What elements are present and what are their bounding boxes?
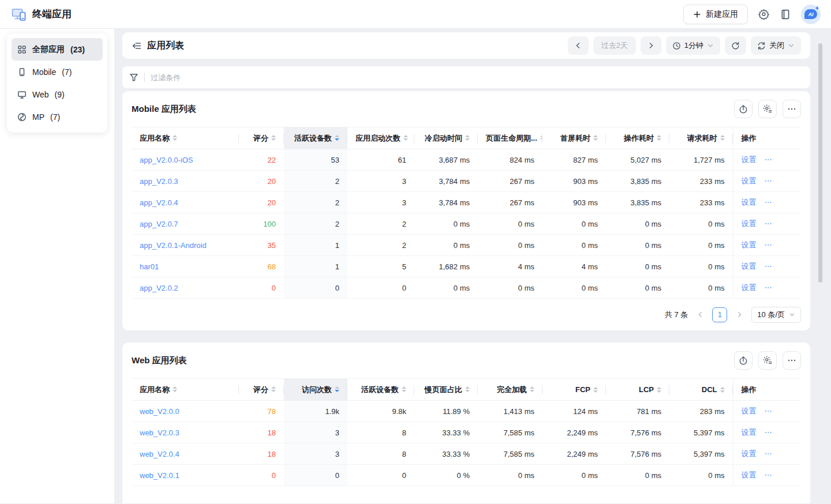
settings-link[interactable]: 设置: [742, 283, 757, 292]
export-button[interactable]: [734, 100, 753, 118]
metric-cell: 2: [284, 192, 347, 213]
row-more-icon[interactable]: ⋯: [765, 240, 773, 249]
app-name-link[interactable]: web_V2.0.0: [140, 407, 179, 416]
settings-link[interactable]: 设置: [742, 428, 757, 437]
sort-carets-icon[interactable]: [465, 135, 470, 141]
sidebar-item-all-apps[interactable]: 全部应用 (23): [12, 38, 103, 61]
app-name-link[interactable]: web_V2.0.1: [140, 471, 179, 480]
metric-cell: 1: [284, 235, 347, 256]
row-more-icon[interactable]: ⋯: [765, 428, 773, 437]
app-name-link[interactable]: app_V2.0.7: [140, 220, 178, 228]
settings-link[interactable]: 设置: [742, 262, 757, 270]
time-next-button[interactable]: [641, 36, 661, 55]
settings-link[interactable]: 设置: [742, 240, 757, 249]
sort-carets-icon[interactable]: [720, 387, 725, 393]
column-header[interactable]: 首屏耗时: [542, 127, 606, 149]
app-name-link[interactable]: web_V2.0.4: [140, 450, 179, 458]
sort-carets-icon[interactable]: [271, 135, 276, 141]
column-header[interactable]: 活跃设备数: [347, 379, 414, 401]
column-header[interactable]: 应用启动次数: [347, 127, 414, 149]
ai-assistant-icon[interactable]: AI: [801, 5, 821, 24]
sort-carets-icon[interactable]: [173, 135, 177, 141]
row-more-icon[interactable]: ⋯: [765, 407, 773, 415]
column-header[interactable]: 页面生命周期...: [478, 127, 542, 149]
sort-carets-icon[interactable]: [465, 386, 470, 392]
settings-link[interactable]: 设置: [742, 449, 757, 458]
column-header[interactable]: 请求耗时: [669, 127, 733, 149]
column-header[interactable]: 慢页面占比: [414, 379, 478, 401]
app-name-link[interactable]: app_V2.0.0-iOS: [140, 156, 193, 164]
settings-link[interactable]: 设置: [742, 155, 757, 164]
settings-link[interactable]: 设置: [742, 176, 757, 185]
gear-icon[interactable]: [757, 8, 770, 21]
metric-cell: 2: [284, 213, 347, 235]
auto-refresh-select[interactable]: 关闭: [751, 36, 801, 55]
time-prev-button[interactable]: [568, 36, 589, 55]
column-header[interactable]: 应用名称: [132, 379, 239, 401]
column-header[interactable]: 应用名称: [132, 127, 239, 149]
more-button[interactable]: [783, 100, 801, 118]
column-header[interactable]: 评分: [239, 379, 284, 401]
settings-link[interactable]: 设置: [742, 219, 757, 228]
settings-link[interactable]: 设置: [742, 471, 757, 479]
settings-link[interactable]: 设置: [742, 198, 757, 206]
page-number-button[interactable]: 1: [712, 307, 727, 322]
sort-carets-icon[interactable]: [403, 135, 408, 141]
sort-carets-icon[interactable]: [657, 135, 661, 141]
column-header[interactable]: 冷启动时间: [414, 127, 478, 149]
sidebar-item-mp[interactable]: MP (7): [12, 106, 103, 128]
column-header[interactable]: 活跃设备数: [284, 127, 347, 149]
column-header[interactable]: FCP: [542, 379, 606, 401]
app-name-link[interactable]: app_V2.0.3: [140, 177, 178, 186]
column-settings-button[interactable]: [758, 100, 777, 118]
row-more-icon[interactable]: ⋯: [765, 262, 773, 270]
row-more-icon[interactable]: ⋯: [765, 198, 773, 206]
row-more-icon[interactable]: ⋯: [765, 283, 773, 292]
sort-carets-icon[interactable]: [173, 386, 177, 392]
page-prev-icon[interactable]: [694, 309, 706, 321]
sort-carets-icon[interactable]: [720, 135, 725, 141]
sort-carets-icon[interactable]: [335, 135, 339, 141]
sort-carets-icon[interactable]: [530, 386, 534, 392]
metric-cell: 9.8k: [347, 401, 414, 422]
row-more-icon[interactable]: ⋯: [765, 176, 773, 185]
column-header[interactable]: 操作耗时: [606, 127, 669, 149]
collapse-sidebar-icon[interactable]: [132, 41, 141, 51]
sort-carets-icon[interactable]: [593, 387, 598, 393]
more-button[interactable]: [783, 351, 801, 370]
app-name-link[interactable]: app_V2.0.2: [140, 284, 178, 292]
sort-carets-icon[interactable]: [593, 135, 598, 141]
column-header[interactable]: DCL: [669, 379, 733, 401]
row-more-icon[interactable]: ⋯: [765, 471, 773, 479]
vertical-scrollbar[interactable]: [818, 43, 822, 283]
sort-carets-icon[interactable]: [335, 386, 339, 392]
settings-link[interactable]: 设置: [742, 407, 757, 415]
docs-icon[interactable]: [779, 8, 792, 21]
column-header[interactable]: 访问次数: [284, 379, 347, 401]
time-range-button[interactable]: 过去2天: [593, 36, 636, 55]
refresh-button[interactable]: [725, 36, 746, 55]
app-name-link[interactable]: har01: [140, 262, 159, 271]
column-header[interactable]: LCP: [606, 379, 669, 401]
app-name-link[interactable]: app_V2.0.1-Android: [140, 241, 207, 250]
row-more-icon[interactable]: ⋯: [765, 449, 773, 458]
filter-input[interactable]: [151, 73, 803, 82]
sort-carets-icon[interactable]: [271, 386, 276, 392]
interval-select[interactable]: 1分钟: [666, 36, 720, 55]
sort-carets-icon[interactable]: [402, 386, 406, 392]
main-content: 应用列表 过去2天 1分钟: [114, 29, 831, 503]
new-app-button[interactable]: 新建应用: [683, 5, 748, 24]
page-next-icon[interactable]: [733, 309, 746, 321]
export-button[interactable]: [734, 351, 753, 370]
sort-carets-icon[interactable]: [657, 387, 661, 393]
sidebar-item-web[interactable]: Web (9): [12, 83, 103, 106]
row-more-icon[interactable]: ⋯: [765, 155, 773, 164]
column-settings-button[interactable]: [758, 351, 777, 370]
page-size-select[interactable]: 10 条/页: [751, 307, 801, 323]
app-name-link[interactable]: web_V2.0.3: [140, 428, 179, 437]
app-name-link[interactable]: app_V2.0.4: [140, 198, 178, 207]
column-header[interactable]: 完全加载: [478, 379, 542, 401]
row-more-icon[interactable]: ⋯: [765, 219, 773, 228]
column-header[interactable]: 评分: [239, 127, 284, 149]
sidebar-item-mobile[interactable]: Mobile (7): [12, 61, 103, 83]
